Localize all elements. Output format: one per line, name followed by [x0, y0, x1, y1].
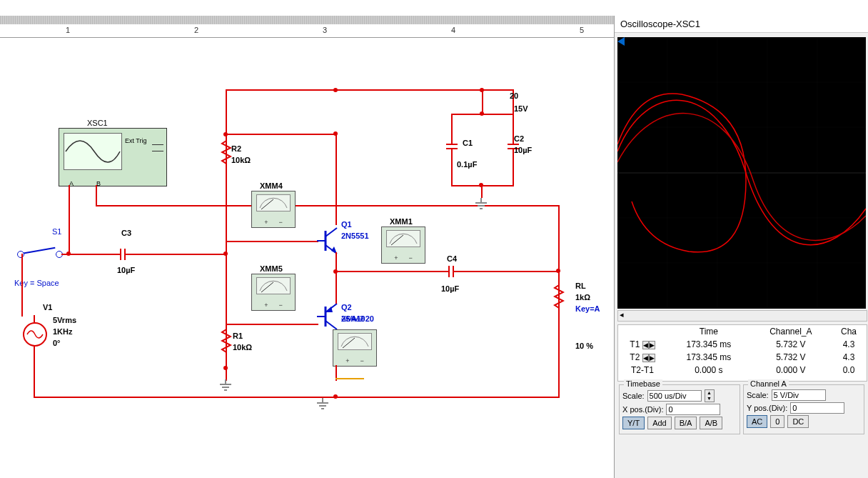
cha-scale-label: Scale: [747, 391, 769, 399]
ruler-mark: 5 [580, 26, 584, 34]
multimeter-xmm1[interactable]: + − [381, 226, 425, 264]
t1-time: 173.345 ms [667, 338, 751, 351]
scope-instrument[interactable]: Ext Trig A B [59, 128, 167, 186]
r1-val: 10kΩ [233, 342, 252, 352]
timebase-scale-label: Scale: [622, 392, 645, 400]
c3-name: C3 [121, 228, 131, 238]
hdr-cha: Channel_A [751, 325, 831, 338]
cha-ypos-label: Y pos.(Div): [747, 404, 787, 412]
capacitor-c1[interactable] [446, 138, 458, 155]
t1-left-button[interactable]: ◀ [642, 341, 649, 349]
switch-name: S1 [52, 226, 61, 236]
capacitor-c3[interactable] [114, 249, 131, 260]
xmm5-name: XMM5 [260, 264, 283, 274]
oscilloscope-display[interactable] [617, 37, 866, 309]
xmm1-name: XMM1 [390, 216, 413, 226]
q1-name: Q1 [341, 219, 352, 229]
transistor-q1-npn[interactable] [317, 222, 343, 254]
rl-name: RL [575, 281, 586, 291]
timebase-title: Timebase [624, 379, 662, 388]
scope-name: XSC1 [87, 118, 108, 128]
r1-name: R1 [233, 331, 243, 341]
ruler-mark: 1 [66, 26, 70, 34]
timebase-xpos-label: X pos.(Div): [622, 405, 663, 414]
c3-val: 10µF [117, 265, 135, 275]
timebase-xpos-input[interactable] [666, 404, 720, 415]
ab-button[interactable]: A/B [700, 417, 722, 429]
r2-val: 10kΩ [231, 155, 251, 165]
oscilloscope-panel: Oscilloscope-XSC1 ◂ Time Channel [614, 16, 868, 478]
cha-scale-input[interactable] [772, 389, 826, 401]
ruler-mark: 3 [323, 26, 327, 34]
c4-val: 10µF [441, 284, 459, 294]
c1-name: C1 [463, 138, 473, 148]
multimeter-xmm2[interactable]: + − [333, 329, 377, 367]
switch-s1[interactable] [21, 247, 56, 254]
add-button[interactable]: Add [647, 417, 672, 429]
oscilloscope-title: Oscilloscope-XSC1 [615, 16, 868, 33]
t1-cha: 5.732 V [751, 338, 831, 351]
v1-freq: 1KHz [53, 327, 73, 337]
hdr-chb: Cha [831, 325, 867, 338]
dt-label: T2-T1 [618, 364, 667, 377]
cha-title: Channel A [748, 379, 789, 388]
ground-icon [474, 198, 488, 211]
v1-name: V1 [43, 302, 52, 312]
svg-line-8 [326, 321, 337, 329]
svg-line-2 [326, 228, 337, 236]
ruler: 1 2 3 4 5 [0, 16, 614, 38]
ruler-mark: 2 [194, 26, 198, 34]
ba-button[interactable]: B/A [675, 417, 697, 429]
hdr-time: Time [667, 325, 751, 338]
t2-chb: 4.3 [831, 351, 867, 364]
ground-icon [316, 398, 330, 411]
v1-amp: 5Vrms [53, 315, 76, 325]
c2-name: C2 [514, 134, 524, 144]
schematic-canvas[interactable]: XSC1 Ext Trig A B S1 Key = Space V1 5Vrm… [0, 38, 614, 478]
t1-label: T1 [630, 339, 640, 349]
t2-right-button[interactable]: ▶ [649, 354, 655, 362]
resistor-rl[interactable] [553, 282, 565, 311]
cha-ypos-input[interactable] [790, 402, 844, 414]
yt-button[interactable]: Y/T [622, 417, 645, 429]
timebase-scale-input[interactable] [647, 390, 702, 402]
t2-left-button[interactable]: ◀ [642, 354, 649, 362]
ext-trig-label: Ext Trig [125, 136, 147, 146]
c1-val: 0.1µF [457, 159, 477, 169]
resistor-r1[interactable] [221, 327, 232, 355]
rl-pct: 10 % [575, 341, 593, 351]
rl-val: 1kΩ [575, 292, 590, 302]
ground-icon [218, 379, 233, 392]
xmm4-name: XMM4 [260, 181, 283, 191]
svg-marker-19 [617, 37, 625, 46]
c2-val: 10µF [514, 145, 532, 155]
dt-chb: 0.0 [831, 364, 867, 377]
supply-node: 20 [510, 91, 518, 101]
t2-label: T2 [630, 352, 640, 362]
timebase-scale-spinner[interactable]: ▲▼ [705, 389, 715, 402]
dt-cha: 0.000 V [751, 364, 831, 377]
c4-name: C4 [447, 254, 457, 264]
multimeter-xmm5[interactable]: + − [251, 274, 296, 311]
capacitor-c4[interactable] [443, 266, 460, 277]
multimeter-xmm4[interactable]: + − [251, 191, 296, 228]
q2-name: Q2 [341, 302, 352, 312]
v1-phase: 0° [53, 338, 61, 348]
voltage-source-v1[interactable] [23, 322, 47, 347]
cursor-readout: Time Channel_A Cha T1 ◀▶ 173.345 ms 5.73… [617, 324, 867, 382]
supply-val: 15V [514, 104, 528, 114]
cha-zero-button[interactable]: 0 [770, 415, 784, 428]
r2-name: R2 [231, 144, 241, 154]
t1-right-button[interactable]: ▶ [649, 341, 655, 349]
dt-time: 0.000 s [667, 364, 751, 377]
t1-chb: 4.3 [831, 338, 867, 351]
scrollbar-horizontal[interactable]: ◂ [617, 310, 867, 322]
rl-key: Key=A [575, 304, 600, 314]
ruler-mark: 4 [451, 26, 455, 34]
resistor-r2[interactable] [221, 138, 232, 166]
q2-model: 2SA1020 [341, 314, 374, 324]
t2-cha: 5.732 V [751, 351, 831, 364]
cha-dc-button[interactable]: DC [787, 415, 809, 428]
q1-model: 2N5551 [341, 231, 369, 241]
cha-ac-button[interactable]: AC [747, 415, 767, 428]
